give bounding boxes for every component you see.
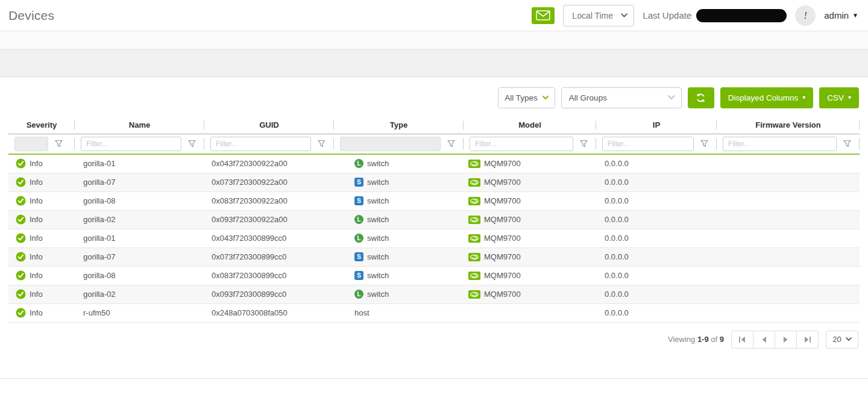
next-page-button[interactable] (775, 331, 797, 349)
type-label: switch (367, 252, 389, 261)
severity-cell: Info (8, 210, 75, 229)
type-cell: Sswitch (334, 173, 464, 191)
funnel-filter-icon[interactable] (447, 140, 455, 148)
timezone-select[interactable]: Local Time (563, 5, 634, 26)
refresh-button[interactable] (688, 87, 714, 108)
device-table-row[interactable]: Infogorilla-080x083f720300922a00SswitchM… (8, 191, 860, 210)
filter-input-firmware[interactable] (723, 137, 837, 151)
column-header-model[interactable]: Model (464, 117, 596, 134)
filter-input-name[interactable] (81, 137, 181, 151)
model-label: MQM9700 (484, 271, 521, 280)
column-label: Model (518, 120, 541, 129)
model-label: MQM9700 (484, 215, 521, 224)
severity-cell: Info (8, 154, 75, 173)
firmware-cell (717, 210, 860, 229)
column-header-type[interactable]: Type (334, 117, 464, 134)
displayed-columns-button[interactable]: Displayed Columns ▾ (720, 87, 813, 108)
last-page-button[interactable] (796, 331, 819, 349)
page-size-select[interactable]: 20 (826, 331, 858, 349)
spine-badge-icon: S (354, 252, 363, 261)
type-cell: Sswitch (334, 191, 464, 210)
type-filter-dropdown[interactable]: All Types (498, 87, 555, 108)
help-button[interactable]: ! (795, 5, 816, 26)
column-header-name[interactable]: Name (75, 117, 204, 134)
skip-last-icon (804, 337, 811, 343)
device-table-row[interactable]: Infor-ufm500x248a0703008fa050host0.0.0.0 (8, 303, 860, 322)
severity-cell: Info (8, 173, 75, 191)
severity-cell: Info (8, 229, 75, 247)
device-table-row[interactable]: Infogorilla-070x073f720300922a00SswitchM… (8, 173, 860, 191)
device-table-row[interactable]: Infogorilla-080x083f720300899cc0SswitchM… (8, 266, 860, 285)
funnel-filter-icon[interactable] (843, 140, 851, 148)
funnel-filter-icon[interactable] (318, 140, 326, 148)
column-header-firmware[interactable]: Firmware Version (717, 117, 860, 134)
filter-cell-model (464, 134, 596, 154)
severity-cell: Info (8, 247, 75, 266)
device-table-row[interactable]: Infogorilla-010x043f720300922a00LswitchM… (8, 154, 860, 173)
type-filter-value: All Types (505, 93, 538, 102)
header-actions: Local Time Last Update ! admin ▼ (532, 5, 858, 26)
table-header-row: SeverityNameGUIDTypeModelIPFirmware Vers… (8, 117, 860, 134)
model-label: MQM9700 (484, 234, 521, 243)
envelope-icon (536, 10, 550, 20)
user-menu[interactable]: admin ▼ (824, 10, 858, 20)
guid-cell: 0x043f720300899cc0 (204, 229, 334, 247)
group-filter-value: All Groups (569, 93, 607, 102)
chevron-down-icon (846, 337, 852, 341)
group-filter-dropdown[interactable]: All Groups (561, 87, 682, 108)
spine-badge-icon: S (354, 178, 363, 187)
type-cell: Lswitch (334, 210, 464, 229)
severity-ok-icon (16, 270, 26, 281)
devices-table: SeverityNameGUIDTypeModelIPFirmware Vers… (8, 117, 860, 323)
device-table-row[interactable]: Infogorilla-020x093f720300899cc0LswitchM… (8, 285, 860, 303)
column-header-guid[interactable]: GUID (204, 117, 334, 134)
device-name-cell: r-ufm50 (75, 303, 204, 322)
funnel-filter-icon[interactable] (55, 140, 63, 148)
nvidia-logo-icon (468, 290, 480, 299)
device-table-row[interactable]: Infogorilla-020x093f720300922a00LswitchM… (8, 210, 860, 229)
device-name-cell: gorilla-08 (75, 266, 204, 285)
filter-input-guid[interactable] (210, 137, 311, 151)
guid-cell: 0x073f720300922a00 (204, 173, 334, 191)
filter-cell-guid (204, 134, 334, 154)
filter-input-ip[interactable] (602, 137, 694, 151)
severity-ok-icon (16, 233, 26, 243)
refresh-icon (696, 93, 706, 103)
column-label: GUID (259, 120, 279, 129)
device-table-row[interactable]: Infogorilla-070x073f720300899cc0SswitchM… (8, 247, 860, 266)
severity-ok-icon (16, 214, 26, 225)
pagination-bar: Viewing 1-9 of 9 20 (0, 330, 868, 349)
funnel-filter-icon[interactable] (188, 140, 196, 148)
type-label: switch (367, 159, 389, 168)
device-table-row[interactable]: Infogorilla-010x043f720300899cc0LswitchM… (8, 229, 860, 247)
caret-down-icon: ▼ (852, 13, 858, 19)
chevron-left-icon (762, 337, 766, 343)
model-cell: MQM9700 (464, 154, 596, 173)
severity-label: Info (30, 308, 43, 317)
type-label: switch (367, 178, 389, 187)
device-name-cell: gorilla-02 (75, 285, 204, 303)
funnel-filter-icon[interactable] (580, 140, 588, 148)
severity-label: Info (30, 178, 43, 187)
funnel-filter-icon[interactable] (700, 140, 708, 148)
severity-label: Info (30, 252, 43, 261)
leaf-badge-icon: L (354, 215, 363, 224)
ip-cell: 0.0.0.0 (596, 303, 717, 322)
messages-button[interactable] (532, 7, 555, 24)
filter-input-model[interactable] (470, 137, 573, 151)
type-cell: Lswitch (334, 285, 464, 303)
severity-label: Info (30, 159, 43, 168)
severity-ok-icon (16, 158, 26, 169)
first-page-button[interactable] (731, 331, 753, 349)
firmware-cell (717, 285, 860, 303)
device-name-cell: gorilla-02 (75, 210, 204, 229)
column-header-ip[interactable]: IP (596, 117, 717, 134)
table-toolbar: All Types All Groups Displayed Columns ▾… (0, 87, 868, 108)
filter-disabled-severity (14, 137, 48, 151)
csv-export-button[interactable]: CSV ▾ (819, 87, 859, 108)
column-header-severity[interactable]: Severity (8, 117, 75, 134)
prev-page-button[interactable] (753, 331, 775, 349)
device-name-cell: gorilla-07 (75, 173, 204, 191)
nvidia-logo-icon (468, 253, 480, 261)
exclamation-icon: ! (804, 10, 807, 21)
